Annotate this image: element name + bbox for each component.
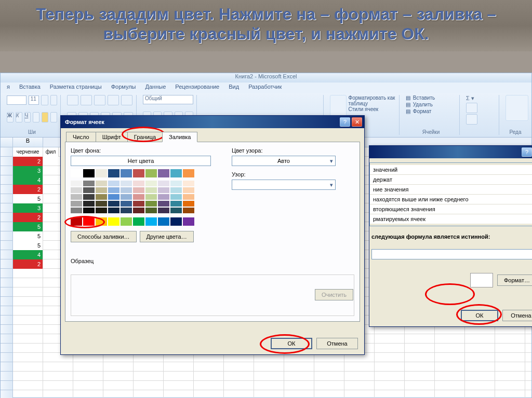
- color-swatch[interactable]: [121, 169, 132, 177]
- rule-type-item[interactable]: находятся выше или ниже среднего: [370, 195, 532, 204]
- color-swatch[interactable]: [121, 194, 132, 200]
- ribbon-tab[interactable]: Вставка: [19, 84, 41, 92]
- color-swatch[interactable]: [121, 187, 132, 193]
- color-swatch[interactable]: [145, 194, 157, 200]
- color-swatch[interactable]: [183, 194, 194, 200]
- format-as-table-button[interactable]: Форматировать как таблицу: [349, 95, 396, 106]
- format-cells-button[interactable]: ▤ Формат: [406, 108, 456, 114]
- row-header[interactable]: [1, 241, 13, 250]
- rule-type-item[interactable]: вторяющиеся значения: [370, 204, 532, 214]
- color-swatch[interactable]: [133, 169, 144, 177]
- color-swatch[interactable]: [108, 181, 119, 186]
- color-swatch[interactable]: [108, 187, 119, 193]
- color-swatch[interactable]: [71, 181, 82, 186]
- color-swatch[interactable]: [133, 187, 144, 193]
- color-swatch[interactable]: [170, 181, 182, 186]
- ribbon-tabs[interactable]: яВставкаРазметка страницыФормулыДанныеРе…: [1, 83, 531, 93]
- fill-effects-button[interactable]: Способы заливки…: [71, 231, 137, 242]
- color-swatch[interactable]: [170, 187, 182, 193]
- color-swatch[interactable]: [133, 194, 144, 200]
- ribbon-tab[interactable]: Вид: [229, 84, 239, 92]
- color-swatch[interactable]: [158, 217, 169, 226]
- data-cell[interactable]: 4: [13, 175, 43, 185]
- pattern-color-combo[interactable]: Авто: [232, 156, 336, 166]
- color-swatch[interactable]: [96, 217, 107, 226]
- color-swatch[interactable]: [71, 201, 82, 207]
- color-swatch[interactable]: [96, 169, 107, 177]
- color-swatch[interactable]: [121, 201, 132, 207]
- color-swatch[interactable]: [71, 187, 82, 193]
- color-swatch[interactable]: [83, 208, 95, 213]
- color-swatch[interactable]: [183, 187, 194, 193]
- color-swatch[interactable]: [183, 208, 194, 213]
- rule-type-list[interactable]: значенийдержатние значениянаходятся выше…: [369, 162, 532, 226]
- color-swatch[interactable]: [96, 187, 107, 193]
- color-swatch[interactable]: [158, 169, 169, 177]
- align-bottom-button[interactable]: [94, 95, 105, 105]
- color-swatch[interactable]: [170, 169, 182, 177]
- color-swatch[interactable]: [108, 208, 119, 213]
- color-swatch[interactable]: [96, 208, 107, 213]
- color-swatch[interactable]: [83, 201, 95, 207]
- row-header[interactable]: [1, 157, 13, 166]
- ribbon-tab[interactable]: Данные: [145, 84, 166, 92]
- row-header[interactable]: [1, 175, 13, 185]
- increase-font-button[interactable]: [41, 95, 48, 105]
- color-swatch[interactable]: [96, 181, 107, 186]
- color-swatch[interactable]: [158, 194, 169, 200]
- cell-styles-button[interactable]: Стили ячеек: [349, 106, 396, 112]
- dialog-tab[interactable]: Заливка: [162, 132, 197, 142]
- fill-color-button[interactable]: [42, 112, 48, 122]
- color-swatch[interactable]: [158, 201, 169, 207]
- select-all-corner[interactable]: [1, 138, 13, 147]
- color-swatch[interactable]: [108, 217, 119, 226]
- color-swatch[interactable]: [83, 169, 95, 177]
- color-swatch[interactable]: [71, 169, 82, 177]
- color-swatch[interactable]: [83, 181, 95, 186]
- rule-type-item[interactable]: ние значения: [370, 185, 532, 195]
- border-button[interactable]: [33, 112, 39, 122]
- color-swatch[interactable]: [121, 208, 132, 213]
- data-cell[interactable]: 5: [13, 241, 43, 250]
- color-swatch[interactable]: [158, 187, 169, 193]
- color-swatch[interactable]: [71, 217, 82, 226]
- ribbon-tab[interactable]: я: [7, 84, 10, 92]
- color-swatch[interactable]: [108, 201, 119, 207]
- ribbon-tab[interactable]: Разметка страницы: [50, 84, 102, 92]
- data-cell[interactable]: 5: [13, 194, 43, 203]
- color-swatch[interactable]: [96, 201, 107, 207]
- color-swatch[interactable]: [133, 201, 144, 207]
- color-swatch[interactable]: [96, 194, 107, 200]
- italic-button[interactable]: К: [16, 112, 22, 122]
- close-icon[interactable]: ✕: [352, 117, 362, 127]
- dialog-titlebar[interactable]: ? ✕: [369, 146, 532, 158]
- color-swatch[interactable]: [108, 194, 119, 200]
- header-cell[interactable]: фил: [43, 147, 59, 157]
- row-header[interactable]: [1, 194, 13, 203]
- dialog-tab[interactable]: Число: [66, 132, 96, 142]
- clear-menu-button[interactable]: [466, 114, 477, 125]
- data-cell[interactable]: 2: [13, 213, 43, 222]
- color-swatch[interactable]: [170, 217, 182, 226]
- color-swatch[interactable]: [145, 169, 157, 177]
- cancel-button[interactable]: Отмена: [502, 310, 532, 321]
- sort-filter-button[interactable]: [506, 95, 528, 121]
- color-swatch[interactable]: [145, 201, 157, 207]
- delete-cells-button[interactable]: ▤ Удалить: [406, 102, 456, 107]
- dialog-tab[interactable]: Шрифт: [96, 132, 128, 142]
- rule-type-item[interactable]: держат: [370, 175, 532, 185]
- formula-input[interactable]: [371, 249, 532, 259]
- clear-button[interactable]: Очистить: [315, 289, 353, 300]
- data-cell[interactable]: 5: [13, 231, 43, 241]
- insert-cells-button[interactable]: ▤ Вставить: [406, 95, 456, 101]
- data-cell[interactable]: 2: [13, 185, 43, 194]
- row-header[interactable]: [1, 231, 13, 241]
- cancel-button[interactable]: Отмена: [316, 338, 358, 349]
- color-swatch[interactable]: [133, 181, 144, 186]
- ribbon-tab[interactable]: Рецензирование: [175, 84, 219, 92]
- color-swatch[interactable]: [145, 181, 157, 186]
- dialog-titlebar[interactable]: Формат ячеек ? ✕: [61, 116, 364, 128]
- color-swatch[interactable]: [71, 194, 82, 200]
- row-header[interactable]: [1, 259, 13, 269]
- color-swatch[interactable]: [108, 169, 119, 177]
